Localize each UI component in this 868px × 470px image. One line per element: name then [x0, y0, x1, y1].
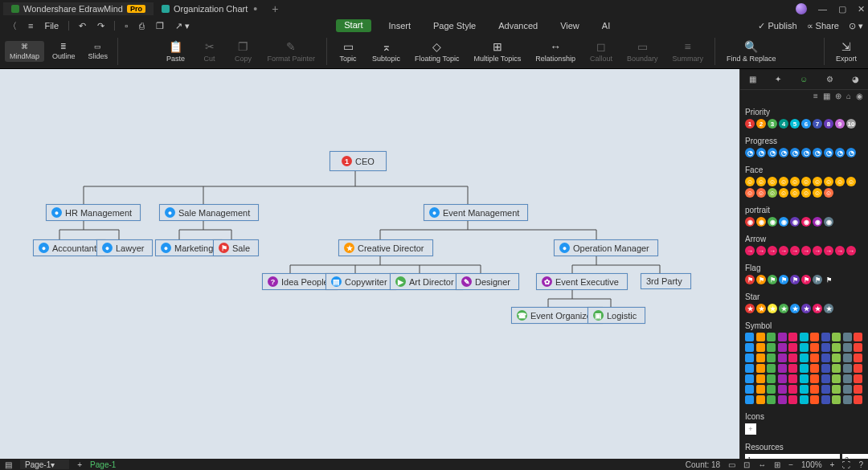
print-icon[interactable]: ⎙ — [136, 21, 148, 31]
boundary-button[interactable]: ▭Boundary — [620, 39, 665, 64]
face-dot[interactable]: ☺ — [835, 177, 845, 186]
symbol-tile[interactable] — [821, 354, 830, 362]
paste-button[interactable]: 📋Paste — [160, 39, 192, 64]
symbol-tile[interactable] — [800, 395, 809, 404]
copy-button[interactable]: ❐Copy — [227, 39, 260, 64]
face-dot[interactable]: ☺ — [779, 177, 788, 186]
symbol-tile[interactable] — [756, 333, 765, 341]
node-hr[interactable]: ● HR Management — [46, 204, 141, 221]
face-dot[interactable]: ☺ — [824, 177, 833, 186]
palette-dot[interactable]: ◔ — [790, 148, 800, 157]
add-page-button[interactable]: + — [77, 460, 82, 469]
face-dot[interactable]: ☺ — [813, 188, 822, 198]
palette-dot[interactable]: ◔ — [756, 148, 766, 157]
node-marketing[interactable]: ● Marketing — [155, 239, 222, 256]
topic-button[interactable]: ▭Topic — [332, 39, 364, 64]
symbol-tile[interactable] — [788, 395, 797, 404]
eye-icon[interactable]: ◉ — [856, 92, 863, 103]
symbol-tile[interactable] — [843, 333, 852, 341]
palette-dot[interactable]: ◉ — [768, 217, 777, 227]
symbol-tile[interactable] — [767, 395, 776, 404]
symbol-tile[interactable] — [843, 364, 852, 373]
help-icon[interactable]: ? — [858, 460, 863, 469]
symbol-tile[interactable] — [745, 385, 754, 394]
symbol-tile[interactable] — [821, 385, 830, 394]
fullscreen-icon[interactable]: ⛶ — [842, 460, 850, 469]
symbol-tile[interactable] — [821, 343, 830, 352]
symbol-tile[interactable] — [843, 343, 852, 352]
symbol-tile[interactable] — [821, 395, 830, 404]
close-icon[interactable]: ✕ — [858, 4, 865, 14]
symbol-tile[interactable] — [767, 343, 776, 352]
new-tab-button[interactable]: + — [265, 2, 285, 15]
symbol-tile[interactable] — [756, 354, 765, 362]
palette-dot[interactable]: 4 — [779, 119, 788, 129]
node-designer[interactable]: ✎ Designer — [456, 273, 519, 290]
panel-tab-gear-icon[interactable]: ⚙ — [824, 72, 836, 86]
node-lawyer[interactable]: ● Lawyer — [96, 239, 153, 256]
symbol-tile[interactable] — [810, 364, 819, 373]
symbol-tile[interactable] — [745, 354, 754, 362]
summary-button[interactable]: ≡Summary — [665, 39, 710, 64]
symbol-tile[interactable] — [745, 343, 754, 352]
tab-advanced[interactable]: Advanced — [493, 19, 542, 32]
symbol-tile[interactable] — [810, 354, 819, 362]
symbol-tile[interactable] — [832, 374, 841, 383]
add-icon[interactable]: ⊕ — [835, 92, 841, 103]
relationship-button[interactable]: ↔Relationship — [529, 39, 582, 64]
panel-tab-emoji-icon[interactable]: ☺ — [797, 72, 810, 86]
face-dot[interactable]: ☺ — [801, 177, 811, 186]
grid-icon[interactable]: ▦ — [823, 92, 830, 103]
palette-dot[interactable]: ◔ — [768, 148, 777, 157]
view-mindmap[interactable]: ⌘MindMap — [5, 41, 44, 62]
back-button[interactable]: 〈 — [5, 20, 20, 32]
status-icon-3[interactable]: ↔ — [758, 460, 766, 469]
symbol-tile[interactable] — [778, 395, 787, 404]
tab-insert[interactable]: Insert — [384, 19, 416, 32]
palette-dot[interactable]: ★ — [779, 304, 788, 313]
symbol-tile[interactable] — [832, 385, 841, 394]
palette-dot[interactable]: ◔ — [813, 148, 822, 157]
symbol-tile[interactable] — [854, 364, 862, 373]
symbol-tile[interactable] — [778, 354, 787, 362]
face-dot[interactable]: ☺ — [768, 188, 777, 198]
symbol-tile[interactable] — [778, 374, 787, 383]
symbol-tile[interactable] — [800, 343, 809, 352]
symbol-tile[interactable] — [800, 374, 809, 383]
palette-dot[interactable]: ★ — [768, 304, 777, 313]
node-op-mgr[interactable]: ● Operation Manager — [554, 239, 658, 256]
redo-button[interactable]: ↷ — [94, 21, 108, 31]
palette-dot[interactable]: → — [824, 246, 833, 255]
face-dot[interactable]: ☺ — [745, 188, 755, 198]
symbol-tile[interactable] — [756, 385, 765, 394]
file-menu[interactable]: File — [41, 21, 62, 31]
node-sale-mgmt[interactable]: ● Sale Management — [159, 204, 259, 221]
palette-dot[interactable]: 9 — [835, 119, 845, 129]
symbol-tile[interactable] — [788, 343, 797, 352]
symbol-tile[interactable] — [756, 343, 765, 352]
symbol-tile[interactable] — [745, 333, 754, 341]
palette-dot[interactable]: → — [756, 246, 766, 255]
palette-dot[interactable]: ◉ — [756, 217, 766, 227]
tab-ai[interactable]: AI — [597, 19, 615, 32]
palette-dot[interactable]: ◉ — [790, 217, 800, 227]
symbol-tile[interactable] — [843, 385, 852, 394]
symbol-tile[interactable] — [800, 354, 809, 362]
status-icon-2[interactable]: ⊡ — [743, 460, 750, 469]
palette-dot[interactable]: ⚑ — [745, 275, 755, 284]
palette-dot[interactable]: → — [801, 246, 811, 255]
node-creative[interactable]: ★ Creative Director — [338, 239, 433, 256]
palette-dot[interactable]: → — [768, 246, 777, 255]
palette-dot[interactable]: 2 — [756, 119, 766, 129]
zoom-in-button[interactable]: + — [830, 460, 835, 469]
palette-dot[interactable]: 5 — [790, 119, 800, 129]
face-dot[interactable]: ☺ — [756, 188, 766, 198]
symbol-tile[interactable] — [854, 395, 862, 404]
minimize-icon[interactable]: — — [818, 4, 827, 14]
palette-dot[interactable]: ⚑ — [801, 275, 811, 284]
palette-dot[interactable]: 10 — [846, 119, 856, 129]
palette-dot[interactable]: ⚑ — [790, 275, 800, 284]
tab-page-style[interactable]: Page Style — [428, 19, 481, 32]
symbol-tile[interactable] — [756, 374, 765, 383]
find-replace-button[interactable]: 🔍Find & Replace — [720, 39, 783, 64]
